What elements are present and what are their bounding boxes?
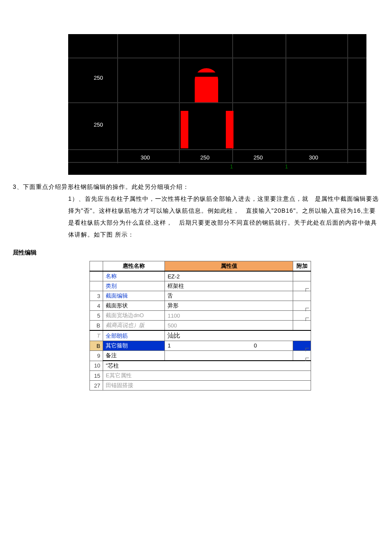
property-value[interactable]: 框架柱 bbox=[165, 281, 293, 291]
property-name: 名称 bbox=[103, 271, 165, 281]
table-row[interactable]: B截商高说也）版500 bbox=[90, 321, 311, 331]
property-name: 其它箍朝 bbox=[103, 341, 165, 351]
property-value[interactable]: 舌 bbox=[165, 291, 293, 301]
property-extra-checkbox[interactable] bbox=[293, 311, 311, 321]
cad-dim-label: 250 bbox=[254, 154, 263, 161]
row-number bbox=[90, 281, 103, 291]
property-value[interactable]: 汕比 bbox=[165, 330, 311, 341]
cad-dim-label: 250 bbox=[94, 75, 103, 81]
table-row[interactable]: T全部朗筋汕比 bbox=[90, 330, 311, 341]
table-row[interactable]: 10"芯柱 bbox=[90, 361, 311, 371]
row-number: 27 bbox=[90, 381, 103, 391]
cad-drawing-view: 250 250 300 250 250 300 1 1 bbox=[68, 34, 366, 175]
cad-axis-label: 1 bbox=[230, 164, 233, 170]
property-name: "芯柱 bbox=[103, 361, 311, 371]
property-extra-checkbox[interactable] bbox=[293, 351, 311, 361]
row-number bbox=[90, 271, 103, 281]
property-extra-checkbox[interactable] bbox=[293, 301, 311, 311]
row-number: 5 bbox=[90, 311, 103, 321]
table-row[interactable]: B其它箍朝1 0 bbox=[90, 341, 311, 351]
row-number: 10 bbox=[90, 361, 103, 371]
row-number: 15 bbox=[90, 371, 103, 381]
table-header-extra: 附加 bbox=[293, 261, 311, 272]
cad-axis-label: 1 bbox=[285, 164, 288, 170]
property-extra-checkbox[interactable] bbox=[293, 281, 311, 291]
body-paragraph: 3、下面重点介绍异形柱钢筋编辑的操作。此处另分细项介绍： bbox=[13, 181, 379, 193]
property-table: 扈性名称 属性值 附加 名称EZ-2类别框架柱3截面编辑舌4截面形状异形5截面宽… bbox=[89, 261, 311, 391]
row-number: 4 bbox=[90, 301, 103, 311]
property-value[interactable] bbox=[165, 351, 293, 361]
row-number: T bbox=[90, 330, 103, 341]
property-name: 类别 bbox=[103, 281, 165, 291]
table-row[interactable]: 5截面宽场边dnO1100 bbox=[90, 311, 311, 321]
property-value[interactable]: 500 bbox=[165, 321, 293, 331]
table-row[interactable]: 类别框架柱 bbox=[90, 281, 311, 291]
table-header-value: 属性值 bbox=[165, 261, 293, 272]
body-paragraph: 1）、首先应当在柱子属性中，一次性将柱子的纵筋全部输入进去，这里要注意点，就 是… bbox=[68, 193, 379, 240]
cad-dim-label: 300 bbox=[309, 154, 318, 161]
table-row[interactable]: 27田锚固搭接 bbox=[90, 381, 311, 391]
property-editor-title: 屈性编辑 bbox=[13, 249, 392, 257]
property-name: 田锚固搭接 bbox=[103, 381, 311, 391]
property-name: 截面编辑 bbox=[103, 291, 165, 301]
property-name: 截面宽场边dnO bbox=[103, 311, 165, 321]
table-header-name: 扈性名称 bbox=[103, 261, 165, 272]
table-row[interactable]: 4截面形状异形 bbox=[90, 301, 311, 311]
cad-dim-label: 300 bbox=[141, 154, 150, 161]
row-number: 3 bbox=[90, 291, 103, 301]
column-section-shape bbox=[181, 111, 188, 148]
property-name: E其它属性 bbox=[103, 371, 311, 381]
property-value[interactable]: 1 0 bbox=[165, 341, 293, 351]
table-row[interactable]: 15E其它属性 bbox=[90, 371, 311, 381]
table-row[interactable]: 3截面编辑舌 bbox=[90, 291, 311, 301]
table-row[interactable]: 名称EZ-2 bbox=[90, 271, 311, 281]
property-name: 截商高说也）版 bbox=[103, 321, 165, 331]
property-extra-checkbox[interactable] bbox=[293, 291, 311, 301]
property-extra-checkbox[interactable] bbox=[293, 271, 311, 281]
property-value[interactable]: 1100 bbox=[165, 311, 293, 321]
property-value[interactable]: 异形 bbox=[165, 301, 293, 311]
column-section-shape bbox=[226, 111, 233, 148]
row-number: B bbox=[90, 341, 103, 351]
cad-dim-label: 250 bbox=[94, 122, 103, 128]
property-name: 全部朗筋 bbox=[103, 330, 165, 341]
row-number: B bbox=[90, 321, 103, 331]
property-name: 备注 bbox=[103, 351, 165, 361]
row-number: 9 bbox=[90, 351, 103, 361]
property-name: 截面形状 bbox=[103, 301, 165, 311]
property-value[interactable]: EZ-2 bbox=[165, 271, 293, 281]
table-row[interactable]: 9备注 bbox=[90, 351, 311, 361]
column-section-shape bbox=[195, 72, 218, 77]
property-extra-checkbox[interactable] bbox=[293, 321, 311, 331]
table-header-num bbox=[90, 261, 103, 272]
cad-dim-label: 250 bbox=[200, 154, 210, 161]
property-extra-checkbox[interactable] bbox=[293, 341, 311, 351]
